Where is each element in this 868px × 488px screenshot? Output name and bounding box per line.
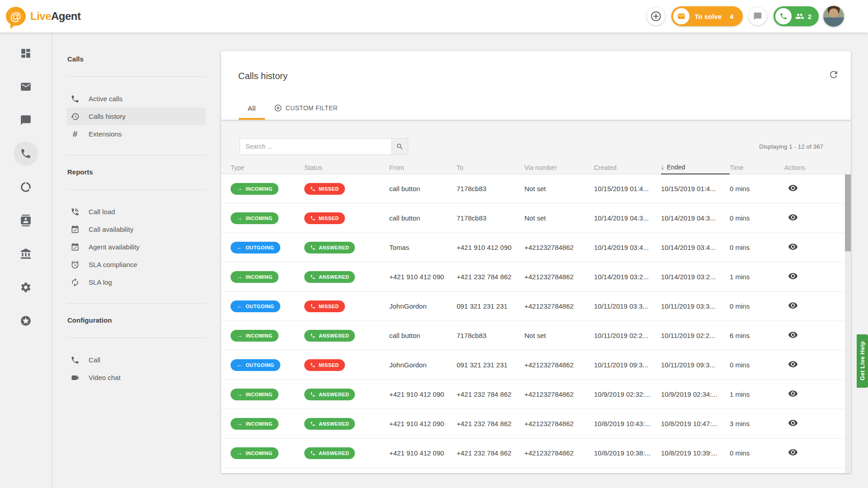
- phone-icon: [71, 94, 80, 103]
- view-call-button[interactable]: [784, 447, 798, 457]
- column-label: Status: [304, 164, 322, 171]
- table-row: →INCOMINGANSWERED+421 910 412 090+421 23…: [221, 380, 845, 408]
- rail-item-tickets[interactable]: [14, 75, 38, 99]
- to-solve-button[interactable]: To solve 4: [671, 6, 743, 26]
- column-header-type[interactable]: Type: [231, 161, 304, 174]
- scrollbar-thumb[interactable]: [845, 174, 851, 251]
- column-label: Created: [594, 164, 617, 171]
- phone-icon: [310, 216, 316, 221]
- column-header-created[interactable]: Created: [594, 161, 661, 174]
- phone-load-icon: [71, 207, 80, 216]
- ended-cell: 10/15/2019 01:4...: [661, 185, 730, 192]
- from-cell: JohnGordon: [389, 361, 457, 369]
- view-call-button[interactable]: [784, 242, 798, 252]
- ended-cell: 10/9/2019 02:34:...: [661, 390, 730, 398]
- add-button[interactable]: [647, 7, 665, 25]
- view-call-button[interactable]: [784, 359, 798, 369]
- pagination-status: Displaying 1 - 12 of 367: [759, 143, 823, 150]
- rail-item-dashboard[interactable]: [14, 41, 38, 66]
- sidebar-item-call[interactable]: Call: [67, 351, 206, 369]
- sidebar-item-active-calls[interactable]: Active calls: [67, 90, 206, 108]
- view-call-button[interactable]: [784, 271, 798, 281]
- search-button[interactable]: [392, 138, 408, 155]
- liveagent-logo[interactable]: @ LiveAgent: [6, 7, 81, 26]
- table-header-row: TypeStatusFromToVia numberCreated↓EndedT…: [221, 161, 845, 174]
- view-call-button[interactable]: [784, 330, 798, 340]
- via-number-cell: +421232784862: [524, 244, 594, 251]
- view-call-button[interactable]: [784, 389, 798, 399]
- sidebar-item-agent-availability[interactable]: Agent availability: [67, 238, 206, 256]
- phone-icon: [310, 392, 316, 397]
- rail-item-reports[interactable]: [14, 175, 38, 199]
- rail-item-gamification[interactable]: [14, 309, 38, 333]
- table-row: →INCOMINGANSWEREDcall button7178cb83Not …: [221, 321, 845, 350]
- sidebar-item-sla-log[interactable]: SLA log: [67, 273, 206, 291]
- rail-item-calls[interactable]: [14, 141, 38, 166]
- tab-all[interactable]: All: [239, 98, 265, 120]
- sync-icon: [71, 278, 80, 287]
- search-icon: [396, 143, 404, 150]
- call-type-badge: ←OUTGOING: [231, 242, 280, 253]
- phone-icon: [310, 274, 316, 280]
- icon-rail: [0, 33, 52, 488]
- sidebar-item-sla-compliance[interactable]: SLA compliance: [67, 256, 206, 273]
- get-live-help-button[interactable]: Get Live Help: [857, 334, 868, 388]
- created-cell: 10/9/2019 02:32:...: [594, 390, 661, 398]
- arrow-left-icon: ←: [236, 303, 242, 309]
- ended-cell: 10/8/2019 10:39:...: [661, 449, 730, 457]
- eye-icon: [788, 183, 798, 193]
- from-cell: +421 910 412 090: [389, 449, 457, 457]
- view-call-button[interactable]: [784, 300, 798, 310]
- alarm-icon: [71, 260, 80, 269]
- rail-item-company[interactable]: [14, 242, 38, 266]
- eye-icon: [788, 447, 798, 457]
- arrow-right-icon: →: [236, 186, 242, 192]
- column-header-via-number[interactable]: Via number: [524, 161, 594, 174]
- tab-custom-filter[interactable]: CUSTOM FILTER: [265, 98, 347, 120]
- sidebar-item-extensions[interactable]: #Extensions: [67, 125, 206, 143]
- call-status-badge: ANSWERED: [304, 447, 355, 459]
- sidebar-item-video-chat[interactable]: Video chat: [67, 369, 206, 386]
- to-cell: 7178cb83: [457, 332, 524, 339]
- arrow-right-icon: →: [236, 274, 242, 280]
- ended-cell: 10/14/2019 04:3...: [661, 214, 730, 222]
- avatar[interactable]: [823, 6, 844, 27]
- time-cell: 0 mins: [730, 449, 784, 457]
- search-input[interactable]: [240, 138, 392, 155]
- table-scrollbar[interactable]: [845, 174, 851, 473]
- mail-icon: [20, 81, 32, 93]
- agents-online-button[interactable]: 2: [774, 6, 819, 26]
- rail-item-chats[interactable]: [14, 108, 38, 132]
- created-cell: 10/11/2019 03:3...: [594, 302, 661, 310]
- ended-cell: 10/11/2019 09:3...: [661, 361, 730, 369]
- column-header-status[interactable]: Status: [304, 161, 389, 174]
- view-call-button[interactable]: [784, 183, 798, 193]
- column-header-time[interactable]: Time: [730, 161, 784, 174]
- history-icon: [71, 112, 80, 121]
- call-type-badge: ←OUTGOING: [231, 359, 280, 371]
- rail-item-contacts[interactable]: [14, 208, 38, 233]
- view-call-button[interactable]: [784, 212, 798, 222]
- phone-icon: [310, 450, 316, 456]
- column-header-actions[interactable]: Actions: [784, 161, 845, 174]
- sidebar-item-call-availability[interactable]: Call availability: [67, 221, 206, 238]
- sidebar-item-call-load[interactable]: Call load: [67, 203, 206, 221]
- view-call-button[interactable]: [784, 418, 798, 428]
- sort-descending-icon: ↓: [661, 164, 664, 171]
- column-header-ended[interactable]: ↓Ended: [661, 161, 730, 174]
- ended-cell: 10/14/2019 03:4...: [661, 244, 730, 251]
- column-header-from[interactable]: From: [389, 161, 457, 174]
- column-header-to[interactable]: To: [457, 161, 524, 174]
- chats-button[interactable]: [749, 7, 767, 25]
- time-cell: 0 mins: [730, 302, 784, 310]
- plus-circle-icon: [274, 104, 282, 112]
- column-label: Actions: [784, 164, 805, 171]
- calendar-icon: [71, 225, 80, 234]
- panel-header: Calls history AllCUSTOM FILTER: [221, 51, 851, 120]
- eye-icon: [788, 242, 798, 252]
- refresh-button[interactable]: [828, 69, 839, 80]
- ended-cell: 10/11/2019 02:2...: [661, 332, 730, 339]
- sidebar-item-calls-history[interactable]: Calls history: [67, 108, 206, 125]
- rail-item-settings[interactable]: [14, 275, 38, 300]
- time-cell: 0 mins: [730, 214, 784, 222]
